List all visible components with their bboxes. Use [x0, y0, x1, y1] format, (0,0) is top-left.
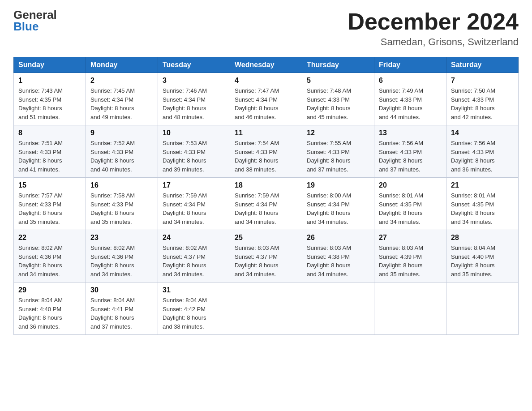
day-info: Sunrise: 7:47 AM Sunset: 4:34 PM Dayligh…: [235, 86, 297, 121]
table-row: 31 Sunrise: 8:04 AM Sunset: 4:42 PM Dayl…: [158, 283, 230, 335]
day-number: 24: [163, 234, 225, 242]
calendar-table: Sunday Monday Tuesday Wednesday Thursday…: [13, 57, 519, 335]
day-number: 21: [451, 181, 514, 189]
table-row: 3 Sunrise: 7:46 AM Sunset: 4:34 PM Dayli…: [158, 73, 230, 125]
day-number: 8: [18, 129, 81, 137]
calendar-week-row: 15 Sunrise: 7:57 AM Sunset: 4:33 PM Dayl…: [14, 178, 519, 230]
day-number: 23: [90, 234, 153, 242]
calendar-week-row: 1 Sunrise: 7:43 AM Sunset: 4:35 PM Dayli…: [14, 73, 519, 125]
day-info: Sunrise: 8:02 AM Sunset: 4:36 PM Dayligh…: [18, 244, 81, 278]
day-info: Sunrise: 7:46 AM Sunset: 4:34 PM Dayligh…: [163, 86, 225, 121]
day-number: 20: [379, 181, 442, 189]
page-header: General Blue December 2024 Samedan, Gris…: [13, 9, 519, 48]
day-info: Sunrise: 8:04 AM Sunset: 4:40 PM Dayligh…: [18, 296, 81, 331]
day-info: Sunrise: 8:03 AM Sunset: 4:37 PM Dayligh…: [235, 244, 297, 278]
day-number: 17: [163, 181, 225, 189]
table-row: 15 Sunrise: 7:57 AM Sunset: 4:33 PM Dayl…: [14, 178, 86, 230]
day-info: Sunrise: 7:43 AM Sunset: 4:35 PM Dayligh…: [18, 86, 81, 121]
day-number: 9: [90, 129, 153, 137]
day-number: 3: [163, 77, 225, 85]
table-row: 25 Sunrise: 8:03 AM Sunset: 4:37 PM Dayl…: [230, 230, 302, 283]
day-number: 7: [451, 77, 514, 85]
day-info: Sunrise: 7:59 AM Sunset: 4:34 PM Dayligh…: [163, 191, 225, 226]
table-row: 9 Sunrise: 7:52 AM Sunset: 4:33 PM Dayli…: [86, 125, 158, 178]
table-row: 1 Sunrise: 7:43 AM Sunset: 4:35 PM Dayli…: [14, 73, 86, 125]
day-number: 16: [90, 181, 153, 189]
day-info: Sunrise: 7:56 AM Sunset: 4:33 PM Dayligh…: [451, 139, 514, 174]
table-row: 16 Sunrise: 7:58 AM Sunset: 4:33 PM Dayl…: [86, 178, 158, 230]
day-info: Sunrise: 7:51 AM Sunset: 4:33 PM Dayligh…: [18, 139, 81, 174]
table-row: 8 Sunrise: 7:51 AM Sunset: 4:33 PM Dayli…: [14, 125, 86, 178]
table-row: 5 Sunrise: 7:48 AM Sunset: 4:33 PM Dayli…: [302, 73, 374, 125]
col-friday: Friday: [374, 57, 446, 73]
table-row: 11 Sunrise: 7:54 AM Sunset: 4:33 PM Dayl…: [230, 125, 302, 178]
day-number: 25: [235, 234, 297, 242]
table-row: 10 Sunrise: 7:53 AM Sunset: 4:33 PM Dayl…: [158, 125, 230, 178]
day-info: Sunrise: 7:53 AM Sunset: 4:33 PM Dayligh…: [163, 139, 225, 174]
day-number: 30: [90, 286, 153, 294]
calendar-week-row: 22 Sunrise: 8:02 AM Sunset: 4:36 PM Dayl…: [14, 230, 519, 283]
day-number: 10: [163, 129, 225, 137]
day-info: Sunrise: 7:59 AM Sunset: 4:34 PM Dayligh…: [235, 191, 297, 226]
col-sunday: Sunday: [14, 57, 86, 73]
day-number: 13: [379, 129, 442, 137]
day-info: Sunrise: 8:01 AM Sunset: 4:35 PM Dayligh…: [379, 191, 442, 226]
table-row: 27 Sunrise: 8:03 AM Sunset: 4:39 PM Dayl…: [374, 230, 446, 283]
day-info: Sunrise: 7:56 AM Sunset: 4:33 PM Dayligh…: [379, 139, 442, 174]
day-info: Sunrise: 8:04 AM Sunset: 4:42 PM Dayligh…: [163, 296, 225, 331]
table-row: 23 Sunrise: 8:02 AM Sunset: 4:36 PM Dayl…: [86, 230, 158, 283]
day-number: 26: [307, 234, 369, 242]
day-number: 5: [307, 77, 369, 85]
logo: General Blue: [13, 9, 57, 32]
table-row: 30 Sunrise: 8:04 AM Sunset: 4:41 PM Dayl…: [86, 283, 158, 335]
col-thursday: Thursday: [302, 57, 374, 73]
calendar-header-row: Sunday Monday Tuesday Wednesday Thursday…: [14, 57, 519, 73]
day-info: Sunrise: 8:00 AM Sunset: 4:34 PM Dayligh…: [307, 191, 369, 226]
day-info: Sunrise: 8:02 AM Sunset: 4:36 PM Dayligh…: [90, 244, 153, 278]
table-row: 4 Sunrise: 7:47 AM Sunset: 4:34 PM Dayli…: [230, 73, 302, 125]
col-saturday: Saturday: [446, 57, 519, 73]
day-info: Sunrise: 7:50 AM Sunset: 4:33 PM Dayligh…: [451, 86, 514, 121]
calendar-week-row: 8 Sunrise: 7:51 AM Sunset: 4:33 PM Dayli…: [14, 125, 519, 178]
table-row: 14 Sunrise: 7:56 AM Sunset: 4:33 PM Dayl…: [446, 125, 519, 178]
table-row: 26 Sunrise: 8:03 AM Sunset: 4:38 PM Dayl…: [302, 230, 374, 283]
table-row: 6 Sunrise: 7:49 AM Sunset: 4:33 PM Dayli…: [374, 73, 446, 125]
table-row: 7 Sunrise: 7:50 AM Sunset: 4:33 PM Dayli…: [446, 73, 519, 125]
table-row: 28 Sunrise: 8:04 AM Sunset: 4:40 PM Dayl…: [446, 230, 519, 283]
table-row: 13 Sunrise: 7:56 AM Sunset: 4:33 PM Dayl…: [374, 125, 446, 178]
day-number: 18: [235, 181, 297, 189]
table-row: 22 Sunrise: 8:02 AM Sunset: 4:36 PM Dayl…: [14, 230, 86, 283]
table-row: 17 Sunrise: 7:59 AM Sunset: 4:34 PM Dayl…: [158, 178, 230, 230]
title-section: December 2024 Samedan, Grisons, Switzerl…: [348, 9, 519, 48]
logo-general-text: General: [13, 9, 57, 21]
calendar-week-row: 29 Sunrise: 8:04 AM Sunset: 4:40 PM Dayl…: [14, 283, 519, 335]
col-tuesday: Tuesday: [158, 57, 230, 73]
day-number: 22: [18, 234, 81, 242]
day-number: 11: [235, 129, 297, 137]
month-title: December 2024: [348, 9, 519, 34]
day-info: Sunrise: 7:54 AM Sunset: 4:33 PM Dayligh…: [235, 139, 297, 174]
day-number: 29: [18, 286, 81, 294]
day-info: Sunrise: 7:49 AM Sunset: 4:33 PM Dayligh…: [379, 86, 442, 121]
col-monday: Monday: [86, 57, 158, 73]
table-row: 20 Sunrise: 8:01 AM Sunset: 4:35 PM Dayl…: [374, 178, 446, 230]
day-number: 1: [18, 77, 81, 85]
day-number: 19: [307, 181, 369, 189]
table-row: 2 Sunrise: 7:45 AM Sunset: 4:34 PM Dayli…: [86, 73, 158, 125]
day-info: Sunrise: 8:04 AM Sunset: 4:40 PM Dayligh…: [451, 244, 514, 278]
day-info: Sunrise: 7:55 AM Sunset: 4:33 PM Dayligh…: [307, 139, 369, 174]
table-row: [230, 283, 302, 335]
day-number: 28: [451, 234, 514, 242]
day-info: Sunrise: 8:01 AM Sunset: 4:35 PM Dayligh…: [451, 191, 514, 226]
table-row: 29 Sunrise: 8:04 AM Sunset: 4:40 PM Dayl…: [14, 283, 86, 335]
day-number: 12: [307, 129, 369, 137]
day-number: 6: [379, 77, 442, 85]
day-number: 27: [379, 234, 442, 242]
day-info: Sunrise: 7:48 AM Sunset: 4:33 PM Dayligh…: [307, 86, 369, 121]
day-info: Sunrise: 8:02 AM Sunset: 4:37 PM Dayligh…: [163, 244, 225, 278]
day-info: Sunrise: 7:57 AM Sunset: 4:33 PM Dayligh…: [18, 191, 81, 226]
table-row: [446, 283, 519, 335]
location-subtitle: Samedan, Grisons, Switzerland: [348, 36, 519, 48]
table-row: 24 Sunrise: 8:02 AM Sunset: 4:37 PM Dayl…: [158, 230, 230, 283]
logo-blue-text: Blue: [13, 21, 39, 32]
